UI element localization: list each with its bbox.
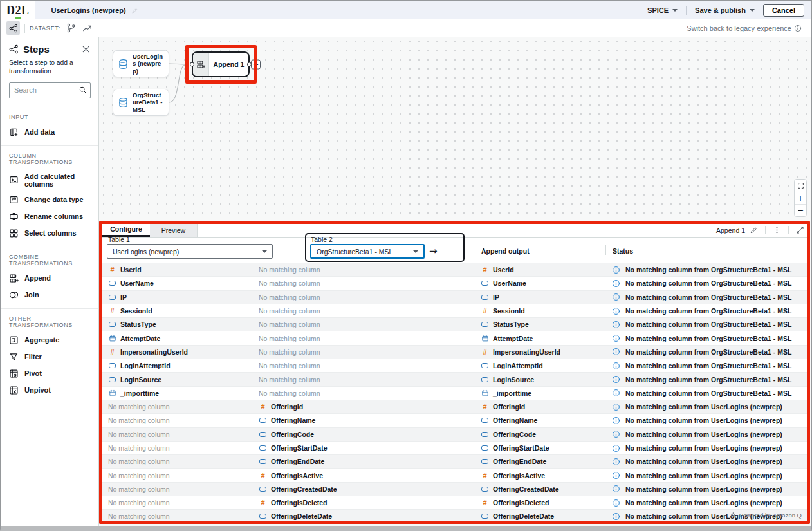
no-matching-column-label: No matching column xyxy=(108,472,170,480)
sidebar-section: OTHER TRANSFORMATIONSAggregateFilterPivo… xyxy=(1,308,98,395)
no-matching-column-label: No matching column xyxy=(108,485,170,493)
info-icon[interactable] xyxy=(612,403,620,411)
more-options-icon[interactable] xyxy=(773,226,781,234)
column-mapping-table: #UserIdNo matching column#UserIdNo match… xyxy=(102,263,807,523)
spice-menu[interactable]: SPICE xyxy=(647,6,678,14)
no-matching-column-label: No matching column xyxy=(108,444,170,452)
sidebar-item-select-columns[interactable]: Select columns xyxy=(9,228,91,238)
sidebar-item-rename-columns[interactable]: Rename columns xyxy=(9,212,91,221)
powered-by-badge: Powered by Amazon Q xyxy=(730,512,802,519)
append-output-cell: IP xyxy=(481,293,611,301)
legacy-experience-link[interactable]: Switch back to legacy experience xyxy=(687,24,806,32)
zoom-out-button[interactable]: − xyxy=(795,204,806,216)
string-type-icon xyxy=(481,295,489,300)
column-name: OfferingEndDate xyxy=(271,458,324,465)
info-icon[interactable] xyxy=(612,471,620,480)
tab-configure[interactable]: Configure xyxy=(102,223,150,237)
zoom-in-button[interactable]: + xyxy=(795,192,806,204)
info-icon[interactable] xyxy=(612,293,620,301)
divider xyxy=(605,245,606,255)
info-icon[interactable] xyxy=(612,266,620,274)
string-type-icon xyxy=(259,432,267,437)
fit-to-screen-button[interactable] xyxy=(795,180,806,192)
analyze-icon[interactable] xyxy=(82,23,92,33)
sidebar-sections: INPUTAdd dataCOLUMN TRANSFORMATIONSAdd c… xyxy=(9,107,91,395)
info-icon[interactable] xyxy=(612,279,620,288)
info-icon[interactable] xyxy=(612,321,620,329)
info-icon[interactable] xyxy=(612,512,620,521)
info-icon[interactable] xyxy=(612,362,620,370)
sidebar-item-aggregate[interactable]: Aggregate xyxy=(9,335,91,345)
string-type-icon xyxy=(481,487,489,492)
int-type-icon: # xyxy=(481,266,489,274)
cancel-button[interactable]: Cancel xyxy=(763,4,804,17)
column-name: OfferingId xyxy=(271,403,303,411)
sidebar-item-pivot[interactable]: Pivot xyxy=(9,369,91,378)
sidebar-item-append[interactable]: Append xyxy=(9,274,91,283)
expand-panel-icon[interactable] xyxy=(796,226,804,234)
table1-cell: No matching column xyxy=(102,499,259,507)
add-step-button[interactable]: + xyxy=(251,60,261,70)
node-orgstructure[interactable]: OrgStructureBeta1 - MSL xyxy=(113,89,169,116)
node-userlogins[interactable]: UserLogins (newprep) xyxy=(113,50,169,77)
no-matching-column-label: No matching column xyxy=(108,416,170,424)
flow-view-button[interactable] xyxy=(6,21,20,35)
sidebar-item-join[interactable]: Join xyxy=(9,290,91,300)
table2-cell: No matching column xyxy=(259,321,481,328)
column-name: LoginAttemptId xyxy=(493,362,543,369)
append-output-cell: #OfferingId xyxy=(481,403,611,411)
string-type-icon xyxy=(481,445,489,451)
table2-cell: No matching column xyxy=(259,348,481,356)
table1-cell: #UserId xyxy=(102,266,259,274)
info-icon[interactable] xyxy=(612,389,620,397)
sidebar-item-change-data-type[interactable]: Change data type xyxy=(9,195,91,205)
column-name: LoginSource xyxy=(493,376,534,384)
sidebar-item-unpivot[interactable]: Unpivot xyxy=(9,386,91,395)
column-name: IP xyxy=(493,293,499,301)
info-icon[interactable] xyxy=(612,430,620,438)
info-icon[interactable] xyxy=(612,458,620,466)
lineage-icon[interactable] xyxy=(66,23,76,33)
status-cell: No matching column from OrgStructureBeta… xyxy=(611,334,807,342)
sidebar-item-filter[interactable]: Filter xyxy=(9,352,91,362)
tab-preview[interactable]: Preview xyxy=(150,223,198,237)
edit-title-icon[interactable] xyxy=(131,7,138,14)
column-name: _importtime xyxy=(493,389,531,397)
info-icon[interactable] xyxy=(612,416,620,425)
search-icon xyxy=(78,86,87,94)
no-matching-column-label: No matching column xyxy=(259,376,320,384)
append-output-cell: UserName xyxy=(481,279,611,287)
sidebar-section-label: COMBINE TRANSFORMATIONS xyxy=(9,254,91,266)
append-output-cell: #OfferingIsDeleted xyxy=(481,499,611,507)
status-cell: No matching column from UserLogins (newp… xyxy=(611,430,807,438)
date-type-icon xyxy=(108,389,116,397)
close-icon[interactable] xyxy=(81,44,91,54)
table2-label: Table 2 xyxy=(311,236,333,243)
node-append-1[interactable]: → Append 1 + xyxy=(192,51,250,77)
input-port[interactable] xyxy=(190,62,194,67)
no-matching-column-label: No matching column xyxy=(108,431,170,438)
info-icon[interactable] xyxy=(612,307,620,315)
table2-select[interactable]: OrgStructureBeta1 - MSL xyxy=(310,244,425,259)
info-icon[interactable] xyxy=(612,334,620,342)
int-type-icon: # xyxy=(481,307,489,315)
int-type-icon: # xyxy=(481,403,489,411)
string-type-icon xyxy=(481,459,489,464)
save-publish-button[interactable]: Save & publish xyxy=(695,6,755,14)
int-type-icon: # xyxy=(108,266,116,274)
info-icon[interactable] xyxy=(612,348,620,356)
edit-step-name-icon[interactable] xyxy=(750,226,758,234)
column-name: OfferingIsDeleted xyxy=(271,499,328,507)
info-icon[interactable] xyxy=(612,499,620,507)
sidebar-item-add-calculated-columns[interactable]: Add calculated columns xyxy=(9,172,91,188)
date-type-icon xyxy=(481,335,489,342)
table2-cell: #OfferingId xyxy=(259,403,481,411)
sidebar-item-add-data[interactable]: Add data xyxy=(9,127,91,137)
info-icon[interactable] xyxy=(612,375,620,384)
info-icon[interactable] xyxy=(612,485,620,493)
table1-select[interactable]: UserLogins (newprep) xyxy=(107,244,273,259)
column-name: _importtime xyxy=(120,389,159,397)
append-output-cell: #OfferingIsActive xyxy=(481,472,611,480)
info-icon[interactable] xyxy=(612,444,620,452)
column-name: LoginAttemptId xyxy=(120,362,171,369)
